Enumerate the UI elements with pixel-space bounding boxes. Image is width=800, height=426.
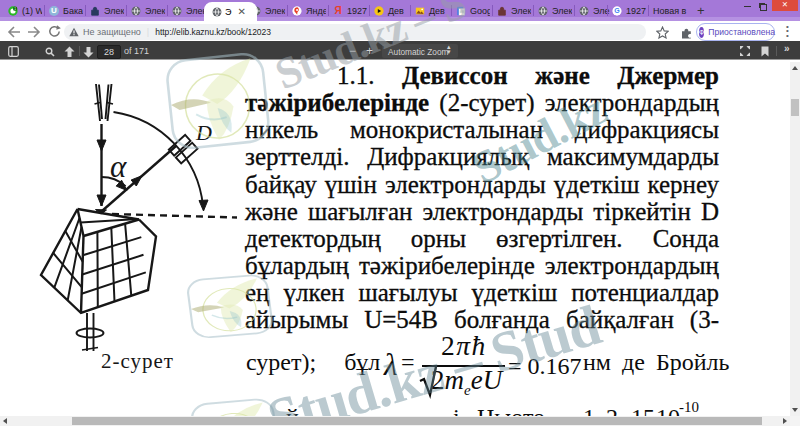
svg-text:1: 1 xyxy=(14,6,16,10)
svg-text:α: α xyxy=(110,149,127,184)
svg-text:2-сурет: 2-сурет xyxy=(101,349,174,373)
svg-text:G: G xyxy=(614,7,619,14)
